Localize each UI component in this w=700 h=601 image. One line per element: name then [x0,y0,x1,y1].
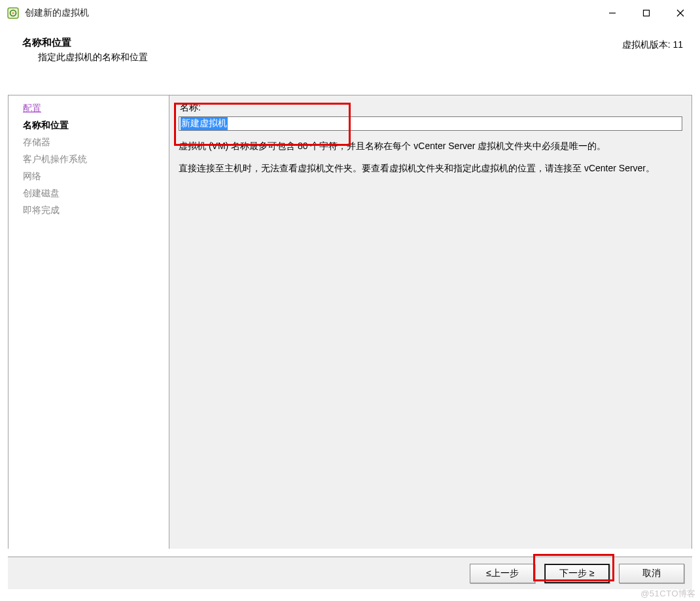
watermark: @51CTO博客 [640,588,696,600]
name-input[interactable]: 新建虚拟机 [179,116,682,131]
next-button[interactable]: 下一步 ≥ [544,564,610,583]
name-label: 名称: [179,102,682,114]
wizard-footer: ≤上一步 下一步 ≥ 取消 [8,557,692,589]
vm-version-label: 虚拟机版本: 11 [622,39,683,51]
wizard-header: 名称和位置 指定此虚拟机的名称和位置 虚拟机版本: 11 [0,26,700,73]
sidebar-item-network: 网络 [9,167,169,184]
sidebar-item-ready: 即将完成 [9,201,169,218]
name-input-value: 新建虚拟机 [181,117,228,130]
sidebar-item-guest-os: 客户机操作系统 [9,150,169,167]
sidebar-item-storage: 存储器 [9,133,169,150]
maximize-button[interactable] [629,1,663,25]
window-controls [595,1,697,25]
minimize-button[interactable] [595,1,629,25]
sidebar-item-name-location[interactable]: 名称和位置 [9,116,169,133]
close-button[interactable] [663,1,697,25]
svg-point-2 [12,12,14,14]
name-limit-notice: 虚拟机 (VM) 名称最多可包含 80 个字符，并且名称在每个 vCenter … [179,139,682,153]
titlebar: 创建新的虚拟机 [0,0,700,26]
page-subtitle: 指定此虚拟机的名称和位置 [12,49,622,63]
cancel-button[interactable]: 取消 [619,564,684,583]
app-icon [7,7,20,20]
wizard-body: 配置 名称和位置 存储器 客户机操作系统 网络 创建磁盘 即将完成 名称: 新建… [8,95,692,549]
window-title: 创建新的虚拟机 [25,7,89,19]
svg-rect-4 [644,10,650,16]
wizard-steps-sidebar: 配置 名称和位置 存储器 客户机操作系统 网络 创建磁盘 即将完成 [9,95,169,549]
sidebar-item-create-disk: 创建磁盘 [9,184,169,201]
vcenter-notice: 直接连接至主机时，无法查看虚拟机文件夹。要查看虚拟机文件夹和指定此虚拟机的位置，… [179,161,682,175]
wizard-content: 名称: 新建虚拟机 虚拟机 (VM) 名称最多可包含 80 个字符，并且名称在每… [169,95,691,549]
back-button[interactable]: ≤上一步 [470,564,535,583]
sidebar-item-config[interactable]: 配置 [9,99,169,116]
page-title: 名称和位置 [12,37,622,49]
